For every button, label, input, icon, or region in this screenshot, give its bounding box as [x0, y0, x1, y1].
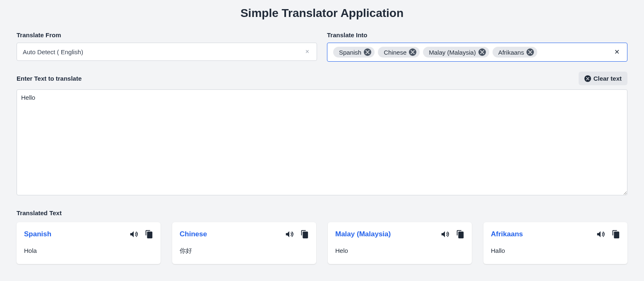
- close-icon: ✕: [614, 48, 620, 55]
- result-card-chinese: Chinese 你好: [172, 222, 316, 264]
- translate-into-select[interactable]: Spanish Chinese Malay (Malay: [327, 43, 627, 62]
- translate-from-clear[interactable]: ×: [304, 48, 311, 55]
- clear-text-label: Clear text: [594, 75, 622, 82]
- enter-text-label: Enter Text to translate: [17, 75, 82, 82]
- result-card-afrikaans: Afrikaans Hallo: [483, 222, 627, 264]
- result-text: 你好: [180, 247, 309, 255]
- tag-label: Spanish: [339, 49, 361, 56]
- close-icon: [365, 50, 370, 54]
- tag-remove-chinese[interactable]: [409, 48, 416, 56]
- translate-input[interactable]: [17, 89, 627, 195]
- speaker-icon[interactable]: [129, 230, 138, 239]
- close-icon: [411, 50, 415, 54]
- close-circle-icon: [584, 75, 591, 82]
- result-card-malay: Malay (Malaysia) Helo: [328, 222, 472, 264]
- speaker-icon[interactable]: [440, 230, 449, 239]
- close-icon: [528, 50, 532, 54]
- clear-text-button[interactable]: Clear text: [579, 72, 627, 85]
- tag-chinese: Chinese: [378, 47, 420, 58]
- result-card-spanish: Spanish Hola: [17, 222, 161, 264]
- result-lang: Spanish: [24, 230, 51, 238]
- copy-icon[interactable]: [144, 230, 153, 239]
- tag-spanish: Spanish: [333, 47, 375, 58]
- tag-malay: Malay (Malaysia): [423, 47, 489, 58]
- result-text: Hola: [24, 247, 153, 254]
- speaker-icon[interactable]: [596, 230, 605, 239]
- tag-remove-malay[interactable]: [478, 48, 486, 56]
- translate-from-select[interactable]: Auto Detect ( English) ×: [17, 43, 317, 61]
- result-text: Hallo: [491, 247, 620, 254]
- copy-icon[interactable]: [455, 230, 464, 239]
- tag-afrikaans: Afrikaans: [493, 47, 538, 58]
- tag-remove-afrikaans[interactable]: [526, 48, 534, 56]
- tag-label: Afrikaans: [498, 49, 524, 56]
- translated-text-label: Translated Text: [17, 209, 627, 216]
- translate-from-label: Translate From: [17, 31, 317, 38]
- result-lang: Malay (Malaysia): [335, 230, 391, 238]
- translate-into-clear[interactable]: ✕: [613, 49, 621, 55]
- translate-into-tags: Spanish Chinese Malay (Malay: [333, 47, 610, 58]
- tag-remove-spanish[interactable]: [364, 48, 371, 56]
- translate-from-value: Auto Detect ( English): [23, 48, 83, 55]
- page-title: Simple Translator Application: [17, 7, 627, 20]
- tag-label: Chinese: [384, 49, 406, 56]
- result-text: Helo: [335, 247, 464, 254]
- copy-icon[interactable]: [611, 230, 620, 239]
- speaker-icon[interactable]: [285, 230, 294, 239]
- copy-icon[interactable]: [300, 230, 309, 239]
- result-lang: Afrikaans: [491, 230, 523, 238]
- tag-label: Malay (Malaysia): [429, 49, 476, 56]
- close-icon: [480, 50, 484, 54]
- translate-into-label: Translate Into: [327, 31, 627, 38]
- close-icon: ×: [305, 48, 309, 55]
- result-lang: Chinese: [180, 230, 207, 238]
